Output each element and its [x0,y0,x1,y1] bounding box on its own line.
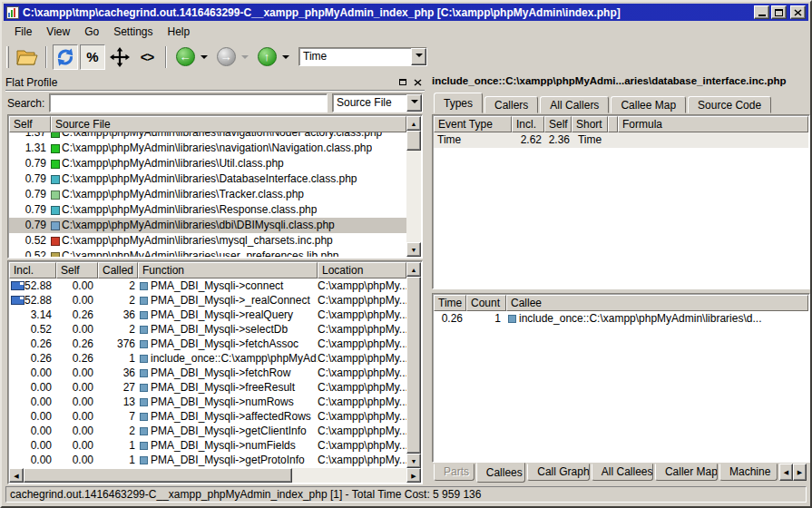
function-row[interactable]: 0.00 0.00 2 PMA_DBI_Mysqli->getClientInf… [9,424,406,438]
maximize-button[interactable] [771,5,787,19]
column-header-source-file[interactable]: Source File [51,116,406,132]
detail-bottom-tab[interactable]: Call Graph [527,464,590,481]
event-type-dropdown-button[interactable] [411,48,426,65]
menu-item[interactable]: File [7,23,39,41]
column-header-incl[interactable]: Incl. [512,116,544,132]
column-header-self[interactable]: Self [9,116,51,132]
callee-row[interactable]: 0.26 1 include_once::C:\xampp\phpMyAdmin… [434,311,808,327]
source-file-row[interactable]: 0.52 C:\xampp\phpMyAdmin\libraries\user_… [9,249,406,257]
source-file-row[interactable]: 0.52 C:\xampp\phpMyAdmin\libraries\mysql… [9,233,406,249]
detail-bottom-tab[interactable]: Parts [434,464,474,481]
source-file-path: C:\xampp\phpMyAdmin\libraries\navigation… [62,141,372,156]
title-bar[interactable]: C:\xampp\tmp\cachegrind.out.1416463299-C… [4,4,808,21]
source-file-row[interactable]: 0.79 C:\xampp\phpMyAdmin\libraries\Respo… [9,202,406,218]
source-file-row[interactable]: 1.37 C:\xampp\phpMyAdmin\libraries\navig… [9,132,406,141]
tab-scroll-left-button[interactable]: ◀ [779,464,793,481]
search-input[interactable] [49,93,328,112]
scroll-up-button[interactable]: ▲ [406,116,421,131]
source-file-row[interactable]: 0.79 C:\xampp\phpMyAdmin\libraries\Util.… [9,156,406,171]
detail-bottom-tab[interactable]: All Callees [592,464,653,481]
detect-cycles-button[interactable]: <> [134,44,160,70]
column-header-called[interactable]: Called [98,262,138,278]
function-row[interactable]: 0.26 0.26 376 PMA_DBI_Mysqli->fetchAssoc… [9,337,406,351]
function-row[interactable]: 52.88 0.00 2 PMA_DBI_Mysqli->_realConnec… [9,293,406,308]
menu-item[interactable]: View [39,23,77,41]
scroll-up-button[interactable]: ▲ [406,262,421,277]
dock-close-button[interactable] [411,76,425,89]
event-type-row[interactable]: Time 2.62 2.36 Time [434,132,808,148]
scroll-left-button[interactable]: ◀ [9,468,24,483]
scrollbar-thumb[interactable] [406,131,421,151]
reload-button[interactable] [53,44,78,70]
column-header-self[interactable]: Self [56,262,98,278]
forward-button[interactable]: → [213,44,239,70]
source-file-row[interactable]: 0.79 C:\xampp\phpMyAdmin\libraries\Datab… [9,171,406,187]
tab-scroll-right-button[interactable]: ▶ [793,464,807,481]
group-by-dropdown-button[interactable] [406,94,422,112]
pan-button[interactable] [107,44,132,70]
vertical-scrollbar[interactable]: ▲ ▼ [406,116,421,257]
function-row[interactable]: 0.00 0.00 1 PMA_DBI_Mysqli->getProtoInfo… [9,453,406,467]
open-file-button[interactable] [15,44,40,70]
detail-bottom-tab-bar: PartsCalleesCall GraphAll CalleesCaller … [434,463,779,484]
scrollbar-track[interactable] [406,277,421,454]
source-file-row[interactable]: 1.31 C:\xampp\phpMyAdmin\libraries\navig… [9,141,406,156]
function-row[interactable]: 0.00 0.00 27 PMA_DBI_Mysqli->freeResult … [9,380,406,395]
minimize-button[interactable] [754,5,769,19]
back-dropdown-icon[interactable] [201,55,208,63]
vertical-scrollbar[interactable]: ▲ ▼ [406,262,421,468]
detail-tab[interactable]: All Callers [540,96,609,113]
self-value: 0.00 [56,380,98,395]
back-button[interactable]: ← [172,44,198,70]
column-header-short[interactable]: Short [572,116,608,132]
detail-tab[interactable]: Callers [484,96,538,113]
menu-item[interactable]: Help [161,23,198,41]
function-row[interactable]: 0.00 0.00 13 PMA_DBI_Mysqli->numRows C:\… [9,395,406,409]
function-row[interactable]: 0.00 0.00 7 PMA_DBI_Mysqli->affectedRows… [9,409,406,424]
column-header-incl[interactable]: Incl. [9,262,56,278]
column-header-self[interactable]: Self [544,116,572,132]
close-button[interactable] [790,5,806,19]
dock-float-button[interactable] [396,76,409,89]
function-row[interactable]: 0.26 0.26 1 include_once::C:\xampp\phpMy… [9,351,406,366]
function-row[interactable]: 52.88 0.00 2 PMA_DBI_Mysqli->connect C:\… [9,278,406,293]
source-file-row[interactable]: 0.79 C:\xampp\phpMyAdmin\libraries\Track… [9,187,406,202]
scroll-right-button[interactable]: ▶ [406,468,421,483]
menu-item[interactable]: Go [77,23,106,41]
relative-percent-button[interactable]: % [80,44,105,70]
self-value: 0.00 [56,409,98,424]
scroll-down-button[interactable]: ▼ [406,242,421,257]
column-header-formula[interactable]: Formula [618,116,808,132]
column-header-function[interactable]: Function [138,262,318,278]
scrollbar-track[interactable] [406,131,421,242]
menu-item[interactable]: Settings [106,23,160,41]
column-header-count[interactable]: Count [466,295,506,311]
horizontal-scrollbar[interactable]: ◀ ▶ [9,468,421,483]
toolbar-grip[interactable] [6,46,9,68]
source-file-row[interactable]: 0.79 C:\xampp\phpMyAdmin\libraries\dbi\D… [9,218,406,233]
detail-bottom-tab[interactable]: Callees [476,463,526,483]
scroll-down-button[interactable]: ▼ [406,454,421,468]
function-row[interactable]: 0.00 0.00 36 PMA_DBI_Mysqli->fetchRow C:… [9,366,406,380]
column-header-callee[interactable]: Callee [506,295,808,311]
column-header-location[interactable]: Location [318,262,406,278]
detail-tab[interactable]: Callee Map [611,96,686,113]
column-header-event-type[interactable]: Event Type [434,116,512,132]
function-row[interactable]: 0.00 0.00 1 PMA_DBI_Mysqli->numFields C:… [9,438,406,453]
scrollbar-track[interactable] [24,468,406,483]
scrollbar-thumb[interactable] [24,468,292,483]
function-row[interactable]: 3.14 0.26 36 PMA_DBI_Mysqli->realQuery C… [9,308,406,322]
detail-tab[interactable]: Source Code [688,96,771,113]
detail-tab[interactable]: Types [434,93,483,113]
event-type-combobox[interactable]: Time [298,47,427,66]
scrollbar-thumb[interactable] [406,277,421,454]
column-header-time[interactable]: Time [434,295,466,311]
flat-profile-dock-titlebar[interactable]: Flat Profile [5,74,425,90]
function-row[interactable]: 0.52 0.00 2 PMA_DBI_Mysqli->selectDb C:\… [9,322,406,337]
detail-bottom-tab[interactable]: Machine [719,464,778,481]
up-button[interactable]: ↑ [254,44,279,70]
group-by-combobox[interactable]: Source File [332,93,423,112]
detail-bottom-tab[interactable]: Caller Map [655,464,718,481]
called-value: 2 [98,424,138,438]
up-dropdown-icon[interactable] [282,55,289,63]
